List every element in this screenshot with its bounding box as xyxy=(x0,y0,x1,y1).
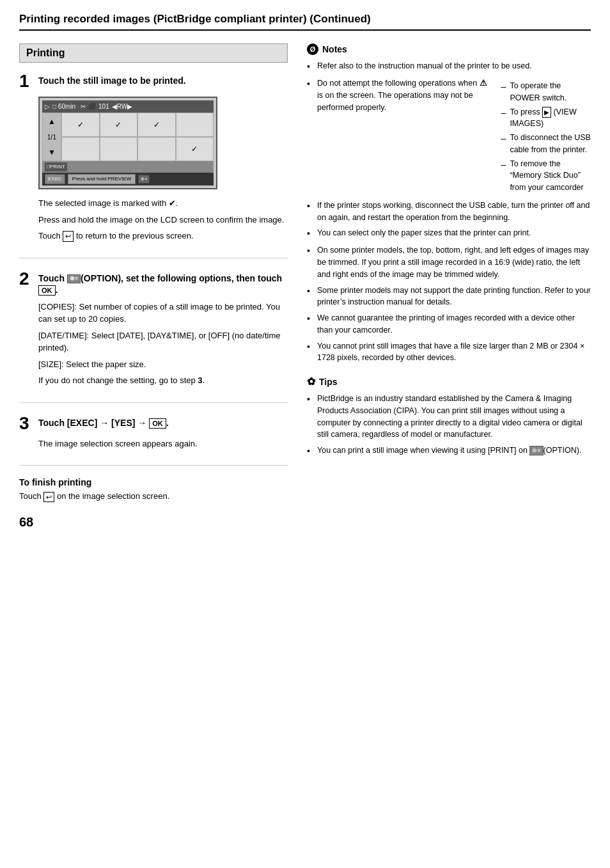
left-column: Printing 1 Touch the still image to be p… xyxy=(19,43,288,530)
step-3-number: 3 xyxy=(19,414,33,432)
step-2-para2: [DATE/TIME]: Select [DATE], [DAY&TIME], … xyxy=(38,329,288,354)
tips-icon: ✿ xyxy=(307,375,315,388)
note-2-sublist: To operate the POWER switch. To press ▶ … xyxy=(493,80,591,196)
tips-title: Tips xyxy=(319,377,338,387)
printing-label: Printing xyxy=(19,43,288,63)
step-1-para2: Press and hold the image on the LCD scre… xyxy=(38,214,288,226)
note-2-sub-4: To remove the “Memory Stick Duo” from yo… xyxy=(501,158,591,194)
step-2-title: Touch ⊕≡(OPTION), set the following opti… xyxy=(38,270,288,296)
step-1-number: 1 xyxy=(19,72,33,90)
step-2-number: 2 xyxy=(19,270,33,288)
step-1: 1 Touch the still image to be printed. ▷… xyxy=(19,72,288,258)
note-2-sub-3: To disconnect the USB cable from the pri… xyxy=(501,132,591,156)
step-2: 2 Touch ⊕≡(OPTION), set the following op… xyxy=(19,270,288,403)
note-7: We cannot guarantee the printing of imag… xyxy=(307,312,591,336)
tip-1: PictBridge is an industry standard estab… xyxy=(307,393,591,441)
return-icon-finish: ↩ xyxy=(43,492,54,502)
note-6: Some printer models may not support the … xyxy=(307,285,591,309)
notes-title: Notes xyxy=(322,44,347,54)
return-icon: ↩ xyxy=(63,231,74,241)
finish-title: To finish printing xyxy=(19,477,288,487)
step-3-para1: The image selection screen appears again… xyxy=(38,438,288,450)
page-number: 68 xyxy=(19,515,288,530)
notes-section: Ø Notes Refer also to the instruction ma… xyxy=(307,43,591,364)
notes-list: Refer also to the instruction manual of … xyxy=(307,60,591,364)
note-8: You cannot print still images that have … xyxy=(307,340,591,365)
note-1: Refer also to the instruction manual of … xyxy=(307,60,591,74)
step-1-para1: The selected image is marked with ✔. xyxy=(38,197,288,210)
ok-box-step3: OK xyxy=(149,418,166,429)
tips-header: ✿ Tips xyxy=(307,375,591,388)
note-2: Do not attempt the following operations … xyxy=(307,77,591,196)
note-2-sub-2: To press ▶ (VIEW IMAGES) xyxy=(501,106,591,130)
finish-text: Touch ↩ on the image selection screen. xyxy=(19,491,288,502)
step-1-title: Touch the still image to be printed. xyxy=(38,72,186,86)
view-images-icon: ▶ xyxy=(542,107,551,118)
note-2-sub-1: To operate the POWER switch. xyxy=(501,80,591,104)
step-3-content: The image selection screen appears again… xyxy=(38,438,288,450)
camera-topbar: ▷ □ 60min ✂ ⬛ 101 ◀RW▶ xyxy=(42,100,214,113)
step-2-content: [COPIES]: Set number of copies of a stil… xyxy=(38,301,288,387)
note-4: You can select only the paper sizes that… xyxy=(307,227,591,241)
option-icon-step2: ⊕≡ xyxy=(67,274,81,283)
finish-section: To finish printing Touch ↩ on the image … xyxy=(19,477,288,502)
right-column: Ø Notes Refer also to the instruction ma… xyxy=(307,43,591,530)
step-1-para3: Touch ↩ to return to the previous screen… xyxy=(38,230,288,242)
camera-exec-bar: EXEC Press and hold:PREVIEW ⊕≡ xyxy=(42,173,214,185)
step-3-title: Touch [EXEC] → [YES] → OK. xyxy=(38,414,169,429)
notes-icon: Ø xyxy=(307,43,318,55)
tips-section: ✿ Tips PictBridge is an industry standar… xyxy=(307,375,591,458)
option-icon-tip: ⊕≡ xyxy=(529,446,543,456)
page-title: Printing recorded images (PictBridge com… xyxy=(19,13,591,31)
ok-box-step2: OK xyxy=(38,285,56,296)
step-2-para1: [COPIES]: Set number of copies of a stil… xyxy=(38,301,288,326)
note-5: On some printer models, the top, bottom,… xyxy=(307,244,591,280)
step-2-para3: [SIZE]: Select the paper size. xyxy=(38,358,288,371)
tip-2: You can print a still image when viewing… xyxy=(307,445,591,458)
step-3: 3 Touch [EXEC] → [YES] → OK. The image s… xyxy=(19,414,288,466)
tips-list: PictBridge is an industry standard estab… xyxy=(307,393,591,458)
step-1-content: ▷ □ 60min ✂ ⬛ 101 ◀RW▶ ▲ 1/1 ▼ ✓ xyxy=(38,97,288,242)
notes-header: Ø Notes xyxy=(307,43,591,55)
camera-bottom-bar: □PRINT xyxy=(42,161,214,173)
note-3: If the printer stops working, disconnect… xyxy=(307,200,591,224)
camera-screen: ▷ □ 60min ✂ ⬛ 101 ◀RW▶ ▲ 1/1 ▼ ✓ xyxy=(38,97,217,189)
step-2-para4: If you do not change the setting, go to … xyxy=(38,374,288,387)
